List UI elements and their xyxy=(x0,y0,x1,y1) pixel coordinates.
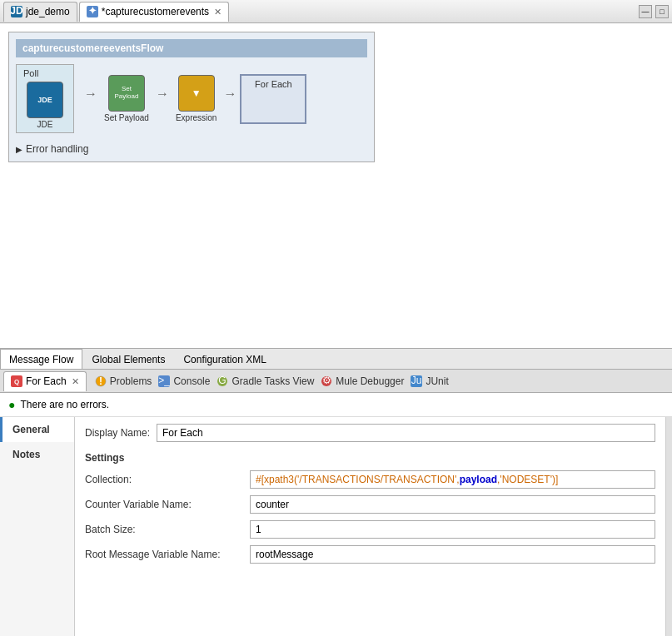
error-handling-label: Error handling xyxy=(26,143,88,155)
property-panel: General Notes Display Name: Settings Col… xyxy=(0,417,672,636)
flow-body: Poll JDE JDE → SetPayload xyxy=(16,61,367,137)
nav-notes[interactable]: Notes xyxy=(0,442,74,467)
window-controls: — □ xyxy=(639,5,669,18)
error-triangle-icon: ▶ xyxy=(16,145,22,154)
junit-tab[interactable]: Ju JUnit xyxy=(411,375,448,387)
console-tab[interactable]: >_ Console xyxy=(158,375,210,387)
status-message: There are no errors. xyxy=(20,399,109,410)
collection-row: Collection: #[xpath3('/TRANSACTIONS/TRAN… xyxy=(85,470,655,489)
tab-global-elements[interactable]: Global Elements xyxy=(82,349,174,369)
expression-label: Expression xyxy=(176,113,217,122)
capture-tab-icon: ✦ xyxy=(87,6,98,17)
nav-general-label: General xyxy=(12,424,50,435)
settings-group: Settings Collection: #[xpath3('/TRANSACT… xyxy=(85,452,655,564)
set-payload-icon: SetPayload xyxy=(108,75,145,112)
console-icon: >_ xyxy=(158,375,170,387)
for-each-group[interactable]: For Each xyxy=(240,74,306,124)
scrollbar[interactable] xyxy=(665,417,672,636)
nav-general[interactable]: General xyxy=(0,417,74,442)
nav-notes-label: Notes xyxy=(12,449,40,460)
tab-message-flow-label: Message Flow xyxy=(9,354,73,365)
jde-demo-tab-icon: JD xyxy=(11,6,22,17)
jde-label: JDE xyxy=(37,120,53,129)
tab-message-flow[interactable]: Message Flow xyxy=(0,349,82,369)
display-name-input[interactable] xyxy=(157,424,655,442)
poll-group: Poll JDE JDE xyxy=(16,64,74,133)
batch-value: 1 xyxy=(250,520,655,539)
status-ok-icon: ● xyxy=(8,398,15,411)
junit-label: JUnit xyxy=(426,375,448,387)
display-name-row: Display Name: xyxy=(85,424,655,442)
set-payload-component[interactable]: SetPayload Set Payload xyxy=(104,75,149,122)
mule-debugger-label: Mule Debugger xyxy=(336,375,404,387)
svg-text:⚙: ⚙ xyxy=(322,375,331,386)
expression-icon: ▼ xyxy=(178,75,215,112)
right-content: Display Name: Settings Collection: #[xpa… xyxy=(75,417,665,636)
gradle-label: Gradle Tasks View xyxy=(231,375,314,387)
title-bar: JD jde_demo ✦ *capturecustomerevents ✕ —… xyxy=(0,0,672,23)
arrow-2: → xyxy=(156,87,169,112)
foreach-panel-icon: Q xyxy=(11,375,22,387)
counter-row: Counter Variable Name: counter xyxy=(85,495,655,514)
display-name-label: Display Name: xyxy=(85,427,150,439)
collection-value: #[xpath3('/TRANSACTIONS/TRANSACTION',pay… xyxy=(250,470,655,489)
svg-text:G: G xyxy=(219,375,226,386)
set-payload-label: Set Payload xyxy=(104,113,149,122)
arrow-3: → xyxy=(223,87,236,112)
tab-global-elements-label: Global Elements xyxy=(92,354,165,365)
foreach-panel-tab[interactable]: Q For Each ✕ xyxy=(3,371,87,391)
jde-icon: JDE xyxy=(27,82,63,118)
collection-xpath: #[xpath3('/TRANSACTIONS/TRANSACTION', xyxy=(256,474,460,485)
problems-label: Problems xyxy=(110,375,152,387)
for-each-title: For Each xyxy=(245,79,301,89)
jde-component[interactable]: JDE JDE xyxy=(27,82,63,129)
root-message-row: Root Message Variable Name: rootMessage xyxy=(85,545,655,564)
counter-label: Counter Variable Name: xyxy=(85,499,243,510)
mule-debugger-icon: ⚙ xyxy=(321,375,332,387)
left-nav: General Notes xyxy=(0,417,75,636)
problems-tab[interactable]: ! Problems xyxy=(95,375,152,387)
collection-nodeset: ,'NODESET')] xyxy=(497,474,558,485)
flow-title: capturecustomereeventsFlow xyxy=(16,39,367,57)
junit-icon: Ju xyxy=(411,375,422,387)
batch-label: Batch Size: xyxy=(85,524,243,535)
poll-label: Poll xyxy=(23,68,67,78)
svg-text:!: ! xyxy=(99,375,102,387)
flow-container: capturecustomereeventsFlow Poll JDE JDE xyxy=(8,32,375,162)
svg-text:✦: ✦ xyxy=(88,6,97,17)
collection-label: Collection: xyxy=(85,474,243,485)
tab-close-button[interactable]: ✕ xyxy=(214,7,222,17)
tab-jde-demo[interactable]: JD jde_demo xyxy=(3,2,77,22)
foreach-tab-bar: Q For Each ✕ ! Problems >_ Console G Gra… xyxy=(0,370,672,393)
maximize-button[interactable]: □ xyxy=(655,5,669,18)
counter-value: counter xyxy=(250,495,655,514)
root-message-value: rootMessage xyxy=(250,545,655,564)
batch-row: Batch Size: 1 xyxy=(85,520,655,539)
status-bar: ● There are no errors. xyxy=(0,393,672,417)
tab-jde-demo-label: jde_demo xyxy=(26,6,70,17)
svg-text:JD: JD xyxy=(11,6,22,17)
flow-canvas: capturecustomereeventsFlow Poll JDE JDE xyxy=(8,32,664,340)
console-label: Console xyxy=(173,375,210,387)
svg-text:Ju: Ju xyxy=(411,375,422,386)
tab-capture-label: *capturecustomerevents xyxy=(102,6,209,17)
tab-configuration-xml[interactable]: Configuration XML xyxy=(174,349,275,369)
mule-debugger-tab[interactable]: ⚙ Mule Debugger xyxy=(321,375,404,387)
root-message-label: Root Message Variable Name: xyxy=(85,549,243,560)
other-panel-tabs: ! Problems >_ Console G Gradle Tasks Vie… xyxy=(95,375,449,387)
error-handling[interactable]: ▶ Error handling xyxy=(16,143,367,155)
collection-payload: payload xyxy=(460,474,497,485)
gradle-tab[interactable]: G Gradle Tasks View xyxy=(217,375,314,387)
minimize-button[interactable]: — xyxy=(639,5,652,18)
expression-component[interactable]: ▼ Expression xyxy=(176,75,217,122)
tab-configuration-xml-label: Configuration XML xyxy=(183,354,266,365)
svg-text:>_: >_ xyxy=(159,375,171,386)
editor-area: capturecustomereeventsFlow Poll JDE JDE xyxy=(0,23,672,348)
foreach-panel-label: For Each xyxy=(26,375,67,387)
arrow-1: → xyxy=(84,87,97,112)
gradle-icon: G xyxy=(217,375,228,387)
foreach-panel-close[interactable]: ✕ xyxy=(72,376,79,387)
settings-title: Settings xyxy=(85,452,655,464)
tab-capturecustomerevents[interactable]: ✦ *capturecustomerevents ✕ xyxy=(79,2,229,22)
bottom-tabs: Message Flow Global Elements Configurati… xyxy=(0,348,672,370)
